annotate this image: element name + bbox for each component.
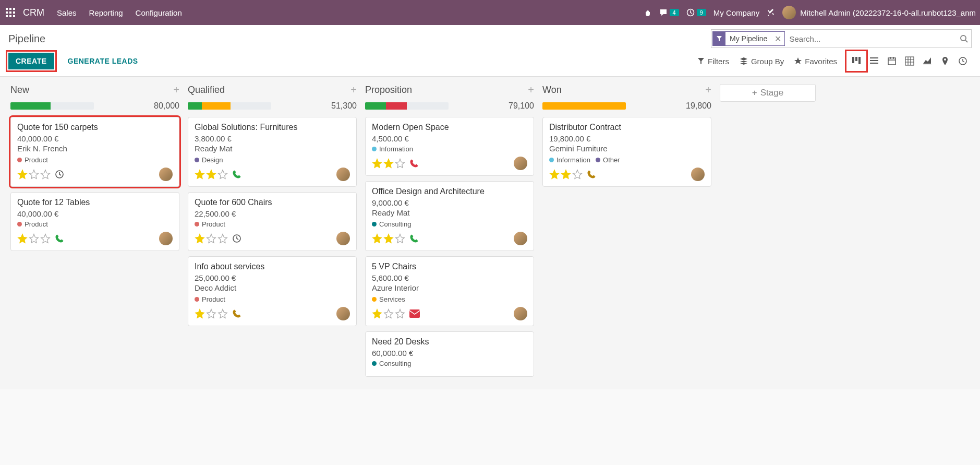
kanban-card[interactable]: Global Solutions: Furnitures 3,800.00 € …	[188, 117, 357, 187]
column-progress[interactable]	[188, 102, 271, 110]
priority-star[interactable]	[572, 169, 583, 180]
card-amount: 25,000.00 €	[195, 273, 350, 282]
quick-create-icon[interactable]: +	[350, 84, 357, 96]
kanban-card[interactable]: 5 VP Chairs 5,600.00 € Azure Interior Se…	[365, 256, 534, 326]
priority-star[interactable]	[195, 308, 205, 319]
priority-star[interactable]	[206, 233, 216, 244]
column-title[interactable]: New	[10, 85, 29, 96]
activity-icon[interactable]	[232, 309, 241, 318]
user-name: Mitchell Admin (20222372-16-0-all.runbot…	[800, 8, 976, 17]
tools-icon[interactable]	[767, 8, 775, 17]
assignee-avatar-icon[interactable]	[514, 157, 527, 170]
activities-icon[interactable]: 9	[686, 8, 706, 17]
assignee-avatar-icon[interactable]	[514, 307, 527, 320]
priority-star[interactable]	[206, 169, 216, 180]
facet-remove-icon[interactable]: ✕	[771, 34, 784, 44]
priority-star[interactable]	[383, 233, 394, 244]
assignee-avatar-icon[interactable]	[514, 232, 527, 245]
favorites-button[interactable]: Favorites	[794, 57, 837, 66]
menu-reporting[interactable]: Reporting	[89, 8, 123, 17]
activity-icon[interactable]	[587, 170, 596, 179]
priority-star[interactable]	[195, 233, 205, 244]
priority-star[interactable]	[395, 308, 405, 319]
activity-icon[interactable]	[409, 159, 419, 168]
activity-icon[interactable]	[55, 170, 64, 179]
priority-star[interactable]	[29, 169, 39, 180]
kanban-card[interactable]: Modern Open Space 4,500.00 € Information	[365, 117, 534, 176]
groupby-button[interactable]: Group By	[740, 57, 784, 66]
column-progress[interactable]	[542, 102, 626, 110]
menu-configuration[interactable]: Configuration	[136, 8, 182, 17]
priority-star[interactable]	[217, 233, 228, 244]
assignee-avatar-icon[interactable]	[691, 168, 705, 181]
filters-button[interactable]: Filters	[697, 57, 729, 66]
search-icon[interactable]	[957, 34, 971, 43]
add-stage-button[interactable]: +Stage	[720, 84, 816, 102]
activity-icon[interactable]	[232, 234, 241, 243]
assignee-avatar-icon[interactable]	[159, 232, 173, 245]
column-progress[interactable]	[365, 102, 449, 110]
priority-star[interactable]	[372, 158, 382, 169]
app-brand[interactable]: CRM	[23, 7, 44, 18]
kanban-card[interactable]: Quote for 150 carpets 40,000.00 € Erik N…	[10, 117, 179, 187]
assignee-avatar-icon[interactable]	[336, 232, 350, 245]
activity-icon[interactable]	[409, 309, 420, 318]
priority-star[interactable]	[40, 169, 51, 180]
priority-star[interactable]	[395, 233, 405, 244]
calendar-view-icon[interactable]	[883, 52, 901, 70]
priority-star[interactable]	[217, 169, 228, 180]
kanban-card[interactable]: Quote for 12 Tables 40,000.00 € Product	[10, 192, 179, 251]
priority-star[interactable]	[217, 308, 228, 319]
priority-star[interactable]	[17, 169, 28, 180]
menu-sales[interactable]: Sales	[57, 8, 77, 17]
create-button[interactable]: CREATE	[8, 53, 54, 69]
column-title[interactable]: Qualified	[188, 85, 225, 96]
activity-icon[interactable]	[55, 234, 64, 243]
priority-star[interactable]	[395, 158, 405, 169]
apps-menu-icon[interactable]	[4, 6, 17, 19]
map-view-icon[interactable]	[936, 52, 954, 70]
priority-star[interactable]	[383, 158, 394, 169]
kanban-card[interactable]: Quote for 600 Chairs 22,500.00 € Product	[188, 192, 357, 251]
priority-star[interactable]	[383, 308, 394, 319]
priority-star[interactable]	[372, 308, 382, 319]
priority-star[interactable]	[561, 169, 571, 180]
kanban-card[interactable]: Need 20 Desks 60,000.00 € Consulting	[365, 331, 534, 377]
column-progress[interactable]	[10, 102, 94, 110]
search-input[interactable]	[786, 31, 957, 46]
company-switcher[interactable]: My Company	[713, 8, 759, 17]
list-view-icon[interactable]	[865, 52, 883, 70]
priority-star[interactable]	[206, 308, 216, 319]
quick-create-icon[interactable]: +	[173, 84, 179, 96]
messaging-icon[interactable]: 4	[659, 8, 679, 17]
kanban-view-icon[interactable]	[848, 52, 865, 70]
kanban-card[interactable]: Info about services 25,000.00 € Deco Add…	[188, 256, 357, 326]
priority-star[interactable]	[195, 169, 205, 180]
search-box[interactable]: My Pipeline ✕	[711, 29, 972, 48]
column-title[interactable]: Proposition	[365, 85, 412, 96]
assignee-avatar-icon[interactable]	[159, 168, 173, 181]
tag: Product	[195, 295, 225, 303]
kanban-card[interactable]: Office Design and Architecture 9,000.00 …	[365, 181, 534, 251]
pivot-view-icon[interactable]	[901, 52, 918, 70]
activity-icon[interactable]	[232, 170, 241, 179]
activity-view-icon[interactable]	[954, 52, 972, 70]
card-company: Ready Mat	[372, 208, 527, 217]
priority-star[interactable]	[372, 233, 382, 244]
quick-create-icon[interactable]: +	[705, 84, 711, 96]
kanban-card[interactable]: Distributor Contract 19,800.00 € Gemini …	[542, 117, 711, 187]
debug-icon[interactable]	[644, 8, 652, 17]
priority-star[interactable]	[40, 233, 51, 244]
user-menu[interactable]: Mitchell Admin (20222372-16-0-all.runbot…	[782, 6, 976, 19]
generate-leads-button[interactable]: GENERATE LEADS	[61, 53, 146, 69]
activity-icon[interactable]	[409, 234, 419, 243]
assignee-avatar-icon[interactable]	[336, 307, 350, 320]
assignee-avatar-icon[interactable]	[336, 168, 350, 181]
column-title[interactable]: Won	[542, 85, 562, 96]
priority-star[interactable]	[549, 169, 560, 180]
priority-star[interactable]	[17, 233, 28, 244]
graph-view-icon[interactable]	[918, 52, 936, 70]
quick-create-icon[interactable]: +	[528, 84, 534, 96]
tag-label: Services	[379, 295, 405, 303]
priority-star[interactable]	[29, 233, 39, 244]
